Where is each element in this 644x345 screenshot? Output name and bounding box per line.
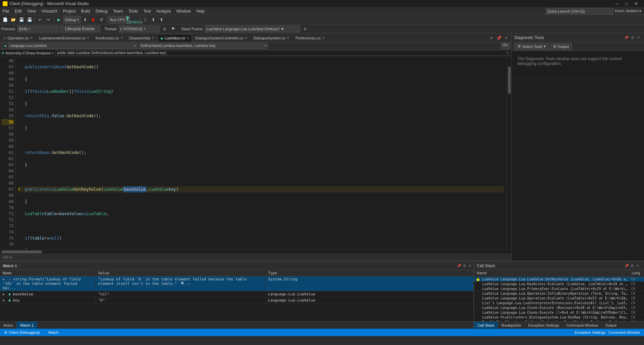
callstack-pin-btn[interactable]: 📌 (624, 263, 629, 268)
menu-tools[interactable]: Tools (126, 7, 141, 15)
save-all-btn[interactable]: 💾 (26, 16, 33, 23)
callstack-row[interactable]: List`1 Language.Lua.LuaInterpreterExtens… (474, 301, 644, 306)
nav-path-dropdown[interactable]: public static LuaValue GetKeyValue(LuaVa… (55, 50, 510, 56)
tab-operation[interactable]: cs Operation.cs ✕ (0, 34, 36, 42)
tab-keyaccess[interactable]: KeyAccess.cs ✕ (92, 34, 126, 42)
redo-btn[interactable]: ↪ (45, 16, 52, 23)
callstack-row[interactable]: LuaValue Language.Lua.KeyAccess:Evaluate… (474, 282, 644, 287)
tab-dropdown-btn[interactable]: ▾ (488, 34, 495, 42)
minimize-btn[interactable]: ─ (612, 1, 622, 6)
menu-test[interactable]: Test (141, 7, 154, 15)
callstack-row[interactable]: LuaValue PixelCrushers.DialogueSystem.Lu… (474, 315, 644, 320)
pause-btn[interactable]: ⏸ (81, 16, 89, 23)
nav-breadcrumb-icon[interactable]: ◄ (1, 43, 7, 49)
stop-btn[interactable]: ⏹ (89, 16, 97, 23)
code-content[interactable]: public override int GetHashCode() { if (… (15, 56, 507, 249)
tab-dialoguesystemcontroller[interactable]: DialogueSystemController.cs ✕ (192, 34, 250, 42)
watch-pin-btn[interactable]: 📌 (457, 263, 461, 268)
horizontal-scrollbar[interactable] (0, 249, 511, 254)
go-button[interactable]: Go (501, 43, 510, 49)
status-debug-mode[interactable]: ⚙ Client (Debugging) (3, 330, 41, 335)
restore-btn[interactable]: □ (622, 1, 631, 6)
restart-btn[interactable]: ↺ (98, 16, 105, 23)
pin-btn[interactable]: 📌 (495, 34, 503, 42)
save-btn[interactable]: 💾 (18, 16, 25, 23)
debug-target-dropdown[interactable]: Debug ▾ (63, 16, 81, 23)
autos-tab[interactable]: Autos (0, 322, 16, 329)
tab-dialoguesystem[interactable]: DialogueSystem.cs ✕ (250, 34, 292, 42)
menu-team[interactable]: Team (110, 7, 125, 15)
callstack-row[interactable]: LuaValue Language.Lua.Operation:Evaluate… (474, 296, 644, 301)
code-area[interactable]: 46 47 48 49 50 51 52 53 54 55 56 57 58 5… (0, 56, 511, 249)
thread-dropdown[interactable]: [-747655616] ▾ (119, 25, 159, 32)
menu-help[interactable]: Help (193, 7, 207, 15)
watch-table[interactable]: Name Value Type ▶ ⚠ string.Format("Looku… (0, 270, 474, 321)
tab-close-dialoguesystemcontroller[interactable]: ✕ (244, 36, 247, 40)
callstack-row[interactable]: LuaValue Language.Lua.Operation:InfixBin… (474, 291, 644, 296)
callstack-table[interactable]: LuaValue Language.Lua.LuaValue:GetKeyVal… (474, 277, 644, 321)
stack-dropdown[interactable]: LuaValue Language.Lua.LuaValue:GetKeyV ▼ (205, 25, 300, 32)
panel-close-btn[interactable]: ✕ (636, 35, 641, 40)
vertical-scrollbar[interactable] (507, 56, 511, 249)
expand-icon[interactable]: ▶ (3, 277, 5, 281)
process-dropdown[interactable]: [N/A] ▾ (17, 25, 58, 32)
table-row[interactable]: ▶ ● key "6" Language.Lua.LuaValue (0, 297, 474, 304)
thread-flag-btn[interactable]: ⚑ (170, 25, 177, 33)
search-icon[interactable]: 🔍 (181, 281, 185, 286)
tab-close-luavalue[interactable]: ✕ (186, 36, 189, 40)
expand-value-btn[interactable]: ▸ (188, 281, 190, 286)
quick-launch-input[interactable] (546, 8, 614, 14)
select-tools-btn[interactable]: ⚙ Select Tools ▾ (514, 43, 549, 50)
step-out-btn[interactable]: ⬆ (158, 16, 165, 23)
table-row[interactable]: ▶ ⚠ string.Format("Lookup of field '{0}'… (0, 276, 474, 291)
panel-float-btn[interactable]: ⊞ (630, 35, 635, 40)
expand-icon-2[interactable]: ▶ (3, 292, 5, 296)
method-dropdown[interactable]: GetKeyValue(LuaValue baseValue, LuaValue… (139, 43, 268, 49)
callstack-close-btn[interactable]: ✕ (635, 263, 640, 268)
start-debug-btn[interactable]: ▶ (55, 16, 63, 23)
callstack-row[interactable]: LuaValue Language.Lua.Chunk:Execute ()+0… (474, 310, 644, 315)
tab-close-luainterpreter[interactable]: ✕ (87, 36, 89, 40)
close-btn[interactable]: ✕ (631, 1, 641, 6)
menu-window[interactable]: Window (173, 7, 193, 15)
menu-build[interactable]: Build (78, 7, 93, 15)
callstack-float-btn[interactable]: ⊞ (630, 263, 634, 268)
menu-edit[interactable]: Edit (12, 7, 24, 15)
menu-vassistx[interactable]: VAssistX (39, 7, 60, 15)
stack-nav-btn[interactable]: ≡ (301, 25, 309, 33)
menu-file[interactable]: File (0, 7, 12, 15)
status-command-window[interactable]: Command Window (607, 330, 641, 334)
callstack-row[interactable]: LuaValue Language.Lua.LuaValue:GetKeyVal… (474, 277, 644, 282)
table-row[interactable]: ▶ ● baseValue "nil" Language.Lua.LuaValu… (0, 291, 474, 297)
tab-close-disassembly[interactable]: ✕ (152, 36, 154, 40)
zoom-level[interactable]: 100 % (3, 256, 12, 259)
output-tab[interactable]: Output (602, 322, 620, 329)
watch-float-btn[interactable]: ⊞ (462, 263, 467, 268)
close-panel-btn[interactable]: ✕ (503, 34, 510, 42)
tab-close-dialoguesystem[interactable]: ✕ (287, 36, 289, 40)
class-dropdown[interactable]: Language.Lua.LuaValue ▾ (8, 43, 137, 49)
undo-btn[interactable]: ↩ (36, 16, 44, 23)
tab-preferences[interactable]: Preferences.cs ✕ (292, 34, 327, 42)
watch1-tab[interactable]: Watch 1 (17, 322, 37, 329)
table-row-empty[interactable] (0, 304, 474, 310)
menu-project[interactable]: Project (60, 7, 78, 15)
menu-view[interactable]: View (24, 7, 39, 15)
tab-luainterpreter[interactable]: LuaInterpreterExtensions.cs ✕ (36, 34, 92, 42)
status-watch[interactable]: Watch (47, 330, 60, 334)
open-btn[interactable]: 📂 (10, 16, 17, 23)
watch-close-btn[interactable]: ✕ (468, 263, 472, 268)
tab-disassembly[interactable]: Disassembly ✕ (126, 34, 157, 42)
command-window-tab[interactable]: Command Window (563, 322, 601, 329)
panel-pin-btn[interactable]: 📌 (624, 35, 629, 40)
callstack-row[interactable]: LuaValue Language.Lua.PrimaryExpr:Evalua… (474, 287, 644, 291)
tab-close-preferences[interactable]: ✕ (322, 36, 325, 40)
breakpoints-tab[interactable]: Breakpoints (498, 322, 525, 329)
status-exception-settings[interactable]: Exception Settings (573, 330, 607, 334)
callstack-tab[interactable]: Call Stack (474, 322, 498, 329)
tab-close-keyaccess[interactable]: ✕ (120, 36, 123, 40)
menu-analyze[interactable]: Analyze (154, 7, 174, 15)
thread-filter-btn[interactable]: ⊙ (161, 25, 168, 33)
step-into-btn[interactable]: ⬇ (150, 16, 157, 23)
tab-close-operation[interactable]: ✕ (30, 36, 33, 40)
